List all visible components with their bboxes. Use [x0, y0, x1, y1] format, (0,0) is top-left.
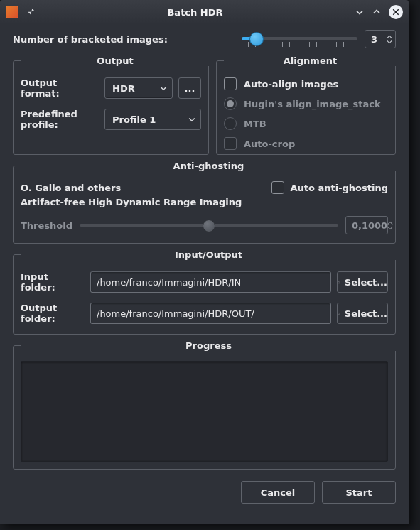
threshold-spin: 0,1000	[345, 216, 388, 234]
close-button[interactable]	[389, 5, 403, 19]
antighosting-author: O. Gallo and others	[21, 183, 121, 193]
output-folder-label: Output folder:	[21, 303, 85, 324]
output-select-button[interactable]: Select...	[337, 303, 388, 324]
profile-value: Profile 1	[112, 114, 188, 125]
chevron-down-icon	[188, 115, 196, 124]
antighosting-subtitle: Artifact-free High Dynamic Range Imaging	[21, 197, 388, 207]
output-format-value: HDR	[112, 83, 159, 94]
io-legend: Input/Output	[21, 249, 397, 260]
folder-icon	[338, 309, 340, 318]
alignment-legend: Alignment	[224, 55, 397, 66]
progress-legend: Progress	[21, 340, 397, 351]
antighosting-fieldset: Anti-ghosting O. Gallo and others Auto a…	[13, 161, 396, 244]
input-folder-field[interactable]: /home/franco/Immagini/HDR/IN	[90, 271, 331, 293]
progress-log	[21, 361, 388, 462]
hugin-option: Hugin's align_image_stack	[224, 97, 388, 110]
threshold-label: Threshold	[21, 220, 72, 231]
brackets-slider[interactable]	[242, 30, 357, 48]
auto-antighosting-option[interactable]: Auto anti-ghosting	[271, 181, 388, 194]
pin-icon[interactable]	[24, 6, 36, 19]
brackets-label: Number of bracketed images:	[13, 34, 168, 45]
brackets-spin[interactable]: 3	[365, 30, 396, 48]
radio-icon	[224, 97, 237, 110]
folder-icon	[338, 278, 340, 287]
checkbox-icon	[224, 77, 237, 90]
io-fieldset: Input/Output Input folder: /home/franco/…	[13, 249, 396, 335]
chevron-down-icon	[159, 84, 168, 92]
brackets-value: 3	[371, 34, 387, 45]
start-button[interactable]: Start	[322, 481, 396, 504]
dialog-buttons: Cancel Start	[13, 481, 396, 504]
mtb-option: MTB	[224, 117, 388, 130]
checkbox-icon	[271, 181, 284, 194]
alignment-fieldset: Alignment Auto-align images Hugin's alig…	[216, 55, 396, 155]
radio-icon	[224, 117, 237, 130]
output-format-more-button[interactable]: ...	[178, 77, 201, 99]
output-format-label: Output format:	[21, 77, 99, 99]
titlebar: Batch HDR	[0, 0, 409, 24]
antighosting-legend: Anti-ghosting	[21, 161, 397, 171]
auto-align-option[interactable]: Auto-align images	[224, 77, 388, 90]
output-format-combo[interactable]: HDR	[104, 77, 173, 99]
threshold-value: 0,1000	[352, 220, 387, 231]
app-icon	[6, 6, 18, 18]
batch-hdr-window: Batch HDR Number of bracketed images:	[0, 0, 409, 524]
window-title: Batch HDR	[36, 7, 355, 18]
input-folder-label: Input folder:	[21, 271, 85, 293]
auto-crop-option: Auto-crop	[224, 137, 388, 150]
progress-fieldset: Progress	[13, 340, 396, 470]
input-select-button[interactable]: Select...	[337, 271, 388, 293]
cancel-button[interactable]: Cancel	[241, 481, 315, 504]
brackets-row: Number of bracketed images: 3	[13, 30, 396, 48]
expand-icon[interactable]	[372, 7, 382, 17]
output-folder-field[interactable]: /home/franco/Immagini/HDR/OUT/	[90, 303, 331, 324]
checkbox-icon	[224, 137, 237, 150]
output-fieldset: Output Output format: HDR ... Predefined…	[13, 55, 209, 155]
threshold-slider	[80, 218, 338, 232]
collapse-icon[interactable]	[355, 7, 365, 17]
profile-combo[interactable]: Profile 1	[104, 109, 201, 130]
profile-label: Predefined profile:	[21, 109, 99, 130]
output-legend: Output	[21, 55, 210, 66]
